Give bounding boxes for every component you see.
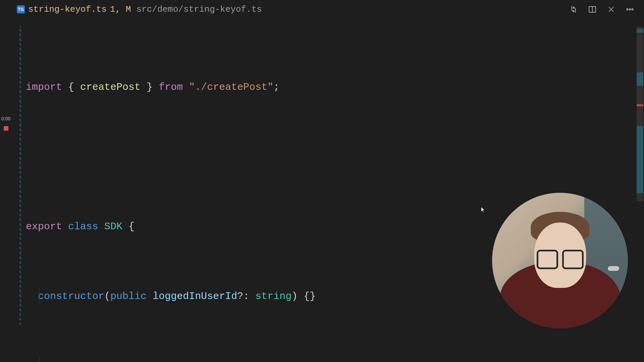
overview-git-mark (637, 126, 643, 193)
overview-ruler[interactable] (635, 19, 644, 362)
editor-tabbar: TS string-keyof.ts 1, M src/demo/string-… (0, 0, 644, 19)
editor-area[interactable]: 0:00 import { createPost } from "./creat… (0, 19, 644, 362)
recording-time: 0:00 (1, 116, 10, 121)
overview-git-mark (637, 29, 643, 33)
editor-gutter (0, 19, 21, 362)
recording-indicator-icon (4, 126, 8, 131)
code-line: import { createPost } from "./createPost… (26, 78, 644, 96)
tab-filepath: src/demo/string-keyof.ts (136, 4, 262, 14)
more-icon[interactable] (625, 5, 635, 14)
tab-actions (569, 5, 641, 14)
svg-point-5 (629, 9, 631, 10)
tab-filename: string-keyof.ts (28, 4, 107, 14)
tab-problems-badge: 1, M (110, 4, 131, 14)
mouse-cursor-icon (481, 206, 485, 213)
presenter-webcam (492, 193, 628, 328)
typescript-file-icon: TS (17, 5, 25, 13)
editor-tab[interactable]: TS string-keyof.ts 1, M src/demo/string-… (17, 0, 267, 19)
code-line (26, 357, 644, 362)
compare-changes-icon[interactable] (569, 5, 578, 14)
overview-error-mark (637, 104, 643, 106)
svg-point-6 (632, 9, 633, 10)
svg-point-4 (627, 9, 628, 10)
overview-git-mark (637, 72, 643, 86)
close-icon[interactable] (606, 5, 616, 14)
code-line (26, 148, 644, 166)
recording-overlay: 0:00 (1, 116, 10, 131)
split-editor-icon[interactable] (588, 5, 597, 14)
